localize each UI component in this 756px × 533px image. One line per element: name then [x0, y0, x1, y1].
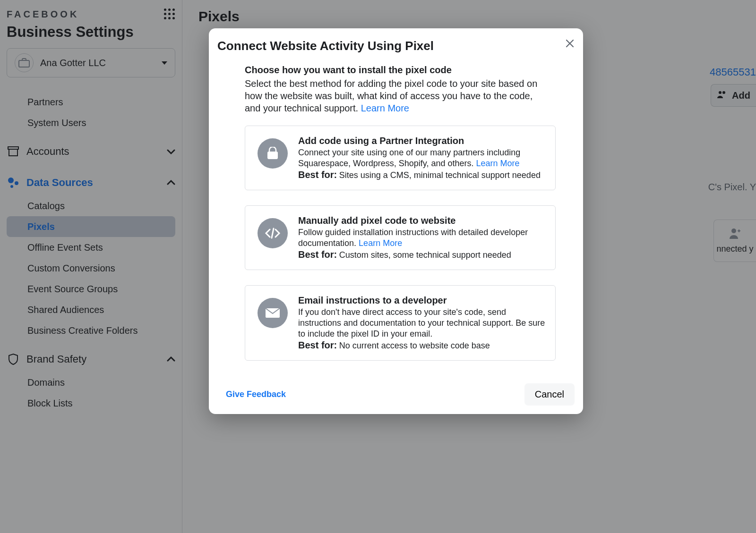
code-icon [258, 218, 288, 248]
option-desc-text: If you don't have direct access to your … [298, 307, 545, 339]
modal-title: Connect Website Activity Using Pixel [217, 39, 434, 53]
bag-icon [258, 138, 288, 169]
envelope-icon [258, 298, 288, 328]
best-for-label: Best for: [298, 169, 337, 180]
option-description: Follow guided installation instructions … [298, 227, 547, 249]
best-for-value: No current access to website code base [339, 341, 490, 350]
option-title: Manually add pixel code to website [298, 215, 547, 226]
option-desc-text: Follow guided installation instructions … [298, 228, 528, 248]
modal-intro-heading: Choose how you want to install the pixel… [245, 65, 547, 76]
connect-pixel-modal: Connect Website Activity Using Pixel Cho… [209, 28, 583, 414]
learn-more-link[interactable]: Learn More [361, 103, 409, 113]
best-for-label: Best for: [298, 340, 337, 350]
option-manual-code[interactable]: Manually add pixel code to website Follo… [245, 205, 556, 270]
best-for-value: Sites using a CMS, minimal technical sup… [339, 170, 541, 180]
give-feedback-link[interactable]: Give Feedback [226, 389, 286, 399]
best-for-label: Best for: [298, 249, 337, 260]
option-partner-integration[interactable]: Add code using a Partner Integration Con… [245, 126, 556, 190]
option-title: Email instructions to a developer [298, 295, 547, 306]
option-title: Add code using a Partner Integration [298, 135, 547, 146]
svg-rect-9 [267, 152, 278, 159]
cancel-button[interactable]: Cancel [524, 383, 575, 406]
option-description: If you don't have direct access to your … [298, 307, 547, 340]
best-for-value: Custom sites, some technical support nee… [339, 250, 511, 260]
option-email-developer[interactable]: Email instructions to a developer If you… [245, 285, 556, 361]
learn-more-link[interactable]: Learn More [476, 159, 520, 168]
modal-intro-body: Select the best method for adding the pi… [245, 77, 547, 114]
close-icon[interactable] [565, 39, 575, 50]
option-description: Connect your site using one of our many … [298, 147, 547, 169]
learn-more-link[interactable]: Learn More [359, 238, 402, 248]
